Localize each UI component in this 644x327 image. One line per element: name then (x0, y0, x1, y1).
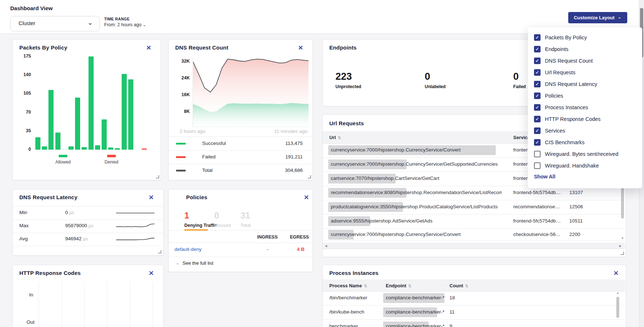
checkbox-checked-icon[interactable]: ✓ (534, 69, 541, 76)
layout-menu-item[interactable]: ✓Endpoints (528, 43, 642, 55)
scrollbar-thumb[interactable] (621, 188, 624, 218)
url-cell: adservice:9555/hipstershop.AdService/Get… (331, 218, 502, 224)
layout-menu-item[interactable]: ✓DNS Request Count (528, 55, 642, 67)
column-endpoint[interactable]: Endpoint⇅ (386, 283, 412, 288)
caret-left-icon[interactable]: ◀ (325, 245, 327, 248)
column-process-name[interactable]: Process Name⇅ (329, 283, 367, 288)
sort-icon: ⇅ (465, 284, 468, 288)
checkbox-checked-icon[interactable]: ✓ (534, 116, 541, 122)
caret-up-icon[interactable]: ▲ (616, 292, 619, 295)
stat-total[interactable]: 31 Total (240, 210, 251, 228)
service-cell: frontend-5fc5754db… (513, 218, 564, 224)
legend-allowed-swatch (59, 155, 67, 157)
dashboard-page: Dashboard View Cluster ⌄ TIME RANGE From… (0, 0, 644, 327)
stat-label: Denying Traffic (184, 223, 217, 228)
close-icon[interactable]: ✕ (613, 270, 619, 276)
card-packets-by-policy: Packets By Policy ✕ 03570105140175 Allow… (12, 39, 161, 180)
see-full-list-link[interactable]: →See the full list (175, 260, 213, 266)
close-icon[interactable]: ✕ (149, 270, 154, 276)
resize-handle[interactable] (621, 252, 624, 255)
endpoint-cell: compliance-benchmarker-* (386, 309, 444, 315)
time-range-value[interactable]: From: 2 hours ago ⌄ (104, 22, 146, 27)
table-row[interactable]: currencyservice:7000/hipstershop.Currenc… (323, 228, 625, 241)
layout-menu-item[interactable]: ✓Url Requests (528, 67, 642, 78)
sort-icon: ⇅ (408, 284, 411, 288)
sort-icon: ⇅ (364, 284, 367, 288)
policy-name-link[interactable]: default-deny (174, 247, 201, 252)
y-axis-tick: 105 (18, 91, 31, 96)
dns-ytick-32k: 32K (175, 59, 190, 64)
y-axis-tick: 175 (18, 54, 31, 59)
gridline (153, 282, 153, 327)
table-row[interactable]: productcatalogservice:3550/hipstershop.P… (323, 200, 625, 214)
legend-value: 113,475 (285, 141, 303, 146)
close-icon[interactable]: ✕ (298, 45, 303, 51)
checkbox-checked-icon[interactable]: ✓ (534, 58, 541, 64)
layout-menu-item[interactable]: ✓Packets By Policy (528, 32, 642, 43)
view-selector[interactable]: Cluster ⌄ (10, 16, 100, 31)
card-title: DNS Request Latency (19, 194, 78, 200)
checkbox-checked-icon[interactable]: ✓ (534, 46, 541, 52)
layout-menu-item[interactable]: ✓Policies (528, 90, 642, 102)
layout-menu-item[interactable]: ✓Process Instances (528, 102, 642, 113)
caret-right-icon[interactable]: ▶ (619, 245, 621, 248)
table-row[interactable]: /bin/kube-bench compliance-benchmarker-*… (323, 305, 625, 320)
caret-down-icon[interactable]: ▼ (621, 237, 624, 240)
customize-layout-button[interactable]: Customize Layout ⌄ (568, 12, 627, 23)
layout-menu-item[interactable]: ✓DNS Request Latency (528, 78, 642, 90)
allowed-bar (108, 147, 113, 150)
checkbox-checked-icon[interactable]: ✓ (534, 127, 541, 134)
count-cell: 12506 (569, 204, 583, 209)
resize-handle[interactable] (158, 250, 161, 253)
checkbox-checked-icon[interactable]: ✓ (534, 139, 541, 146)
sort-icon: ⇅ (338, 135, 341, 140)
successful-swatch (176, 143, 186, 145)
horizontal-scrollbar[interactable]: ◀ ▶ (323, 243, 625, 249)
resize-handle[interactable] (308, 175, 311, 178)
table-row[interactable]: benchmarker compliance-benchmarker-* 9 (323, 319, 625, 327)
latency-value: 946942 (65, 236, 82, 241)
vertical-scrollbar[interactable]: ▲ (616, 292, 620, 327)
checkbox-unchecked-icon[interactable] (534, 162, 541, 169)
table-row[interactable]: /bin/benchmarker compliance-benchmarker-… (323, 291, 625, 306)
latency-value: 0 (65, 210, 68, 215)
legend-value: 191,211 (285, 154, 303, 159)
scrollbar-thumb[interactable] (616, 297, 619, 318)
layout-menu-item[interactable]: Wireguard. Handshake (528, 160, 642, 172)
stat-unused[interactable]: 0 Unused (214, 210, 231, 228)
stat-value: 0 (513, 71, 519, 82)
card-title: Process Instances (329, 270, 378, 276)
column-count[interactable]: Count⇅ (449, 283, 468, 288)
close-icon[interactable]: ✕ (304, 194, 309, 201)
latency-value-wrap: 0 µs (65, 210, 74, 215)
close-icon[interactable]: ✕ (149, 194, 154, 201)
column-egress: EGRESS (290, 235, 309, 240)
endpoint-cell: compliance-benchmarker-* (386, 323, 444, 327)
checkbox-unchecked-icon[interactable] (534, 151, 541, 157)
layout-menu-item[interactable]: ✓HTTP Response Codes (528, 113, 642, 125)
url-cell: productcatalogservice:3550/hipstershop.P… (331, 204, 502, 209)
legend-row-successful: Successful 113,475 (169, 137, 312, 151)
card-dns-request-count: DNS Request Count ✕ 32K 24K 16K 8K (168, 39, 313, 180)
allowed-bar (35, 137, 40, 150)
show-all-link[interactable]: Show All (534, 174, 555, 180)
layout-menu-items: ✓Packets By Policy✓Endpoints✓DNS Request… (528, 27, 642, 172)
checkbox-checked-icon[interactable]: ✓ (534, 81, 541, 87)
layout-menu-item[interactable]: ✓Services (528, 125, 642, 137)
checkbox-checked-icon[interactable]: ✓ (534, 92, 541, 99)
layout-menu-item-label: Url Requests (545, 70, 576, 75)
stat-denying-traffic[interactable]: 1 Denying Traffic (184, 210, 217, 228)
checkbox-checked-icon[interactable]: ✓ (534, 104, 541, 111)
table-row[interactable]: adservice:9555/hipstershop.AdService/Get… (323, 214, 625, 229)
layout-menu-item[interactable]: ✓CIS Benchmarks (528, 137, 642, 148)
layout-menu-item[interactable]: Wireguard. Bytes sent/received (528, 148, 642, 160)
close-icon[interactable]: ✕ (146, 45, 151, 51)
resize-handle[interactable] (156, 175, 159, 178)
http-chart: In Out (13, 282, 163, 327)
count-cell: 11 (449, 309, 455, 315)
chevron-down-icon: ⌄ (617, 14, 622, 20)
column-url[interactable]: Url⇅ (329, 135, 341, 140)
row-label-out: Out (27, 319, 35, 325)
allowed-bar (89, 56, 94, 150)
checkbox-checked-icon[interactable]: ✓ (534, 34, 541, 41)
